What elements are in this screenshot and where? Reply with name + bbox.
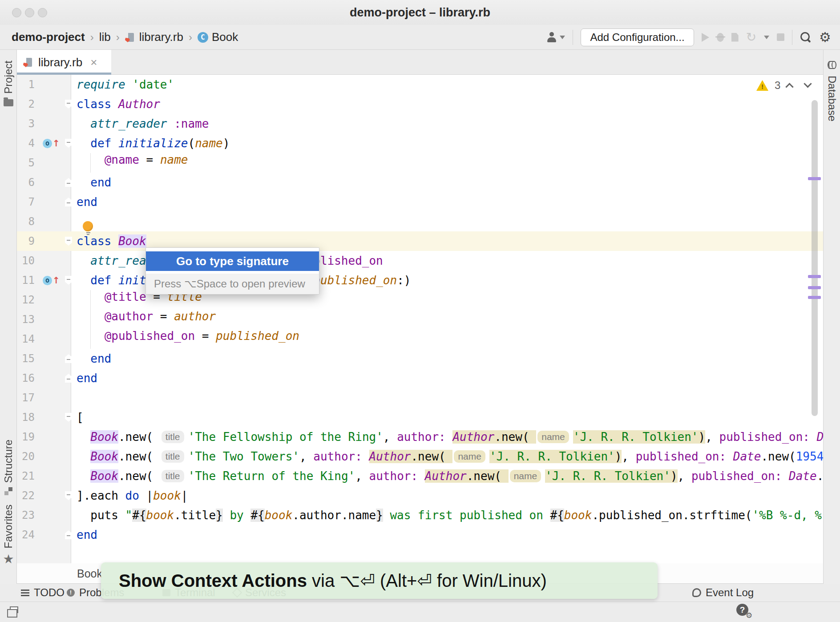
- structure-icon: [4, 487, 12, 495]
- fold-marker-icon[interactable]: [65, 276, 72, 285]
- code-line[interactable]: 2class Author: [17, 94, 823, 114]
- tab-library-rb[interactable]: library.rb ×: [17, 50, 111, 75]
- chevron-separator-icon: ›: [111, 31, 125, 44]
- line-number: 23: [17, 509, 35, 521]
- code-line[interactable]: 8: [17, 212, 823, 231]
- code-line[interactable]: 10 attr_reader :title, :author, :publish…: [17, 251, 823, 271]
- code-line[interactable]: 9class Book: [17, 231, 823, 251]
- search-everywhere-icon[interactable]: [800, 32, 812, 43]
- fold-marker-icon[interactable]: [65, 491, 72, 500]
- tool-window-event-log[interactable]: Event Log: [692, 584, 754, 602]
- run-icon[interactable]: [702, 33, 709, 42]
- code-line[interactable]: 17: [17, 388, 823, 408]
- code-line[interactable]: 22].each do |book|: [17, 486, 823, 505]
- intention-lightbulb-icon[interactable]: [83, 221, 93, 236]
- ruby-file-icon: [23, 57, 34, 68]
- tooltip-text: Show Context Actions via ⌥⏎ (Alt+⏎ for W…: [119, 570, 547, 591]
- sidebar-item-structure[interactable]: Structure: [0, 440, 17, 495]
- goto-type-popup: Go to type signature Press ⌥Space to ope…: [145, 247, 319, 295]
- line-number: 1: [17, 78, 35, 91]
- titlebar: demo-project – library.rb: [0, 0, 840, 25]
- code-line[interactable]: 14 @published_on = published_on: [17, 329, 823, 349]
- code-line[interactable]: 1require 'date': [17, 75, 823, 94]
- breadcrumb-symbol[interactable]: Book: [212, 30, 238, 44]
- line-number: 8: [17, 215, 35, 228]
- fold-marker-icon[interactable]: [65, 100, 72, 109]
- code-text: end: [77, 176, 111, 189]
- inspection-widget[interactable]: ! 3: [756, 78, 819, 93]
- next-warning-chevron-icon[interactable]: [804, 80, 812, 88]
- fold-marker-icon[interactable]: [65, 374, 72, 383]
- scrollbar-thumb[interactable]: [812, 100, 818, 416]
- parameter-hint: name: [537, 431, 569, 443]
- code-line[interactable]: 11o↑ def initialize(title:, author:, pub…: [17, 271, 823, 290]
- line-number: 24: [17, 529, 35, 541]
- code-line[interactable]: 7end: [17, 192, 823, 212]
- editor-tab-bar: library.rb ×: [17, 50, 823, 75]
- fold-marker-icon[interactable]: [65, 413, 72, 422]
- popup-item-go-to-type-signature[interactable]: Go to type signature: [146, 251, 319, 271]
- ide-window: demo-project – library.rb demo-project ›…: [0, 0, 840, 622]
- project-tool-label: Project: [2, 61, 15, 94]
- breadcrumb-current-symbol[interactable]: Book: [77, 563, 102, 584]
- rerun-icon[interactable]: ↻: [746, 33, 756, 42]
- run-options-chevron-icon[interactable]: [764, 36, 769, 39]
- todo-list-icon: [21, 590, 29, 596]
- sidebar-item-favorites[interactable]: Favorites ★: [0, 505, 17, 565]
- code-text: @published_on = published_on: [77, 329, 299, 349]
- navigation-toolbar: demo-project › lib › library.rb › C Book…: [0, 25, 840, 50]
- fold-marker-icon[interactable]: [65, 198, 72, 206]
- code-text: Book.new( title'The Return of the King',…: [77, 469, 823, 483]
- code-line[interactable]: 13 @author = author: [17, 310, 823, 329]
- line-number: 22: [17, 489, 35, 502]
- code-line[interactable]: 20 Book.new( title'The Two Towers', auth…: [17, 447, 823, 466]
- code-line[interactable]: 15 end: [17, 349, 823, 368]
- code-text: [: [77, 411, 84, 424]
- stop-icon[interactable]: [777, 33, 784, 41]
- toggle-toolwindows-icon[interactable]: [10, 606, 18, 613]
- event-log-icon: [692, 588, 701, 597]
- code-line[interactable]: 3 attr_reader :name: [17, 114, 823, 133]
- line-number: 11: [17, 274, 35, 287]
- coverage-icon[interactable]: [731, 33, 739, 42]
- close-tab-icon[interactable]: ×: [90, 56, 97, 69]
- breadcrumb-project[interactable]: demo-project: [12, 30, 85, 44]
- sidebar-item-database[interactable]: Database: [824, 58, 840, 121]
- code-line[interactable]: 5 @name = name: [17, 153, 823, 173]
- override-marker-icon[interactable]: o↑: [43, 138, 60, 149]
- left-tool-strip: Project Structure Favorites ★: [0, 50, 17, 584]
- fold-marker-icon[interactable]: [65, 178, 72, 187]
- line-number: 10: [17, 254, 35, 267]
- warning-count: 3: [775, 79, 780, 92]
- prev-warning-chevron-icon[interactable]: [786, 83, 794, 91]
- code-line[interactable]: 4o↑ def initialize(name): [17, 133, 823, 153]
- override-marker-icon[interactable]: o↑: [43, 275, 60, 286]
- code-line[interactable]: 24end: [17, 525, 823, 545]
- code-editor[interactable]: 1require 'date'2class Author3 attr_reade…: [17, 75, 823, 563]
- breadcrumb-folder[interactable]: lib: [99, 30, 111, 44]
- code-line[interactable]: 18[: [17, 408, 823, 427]
- fold-marker-icon[interactable]: [65, 354, 72, 363]
- fold-marker-icon[interactable]: [65, 139, 72, 148]
- line-number: 12: [17, 294, 35, 306]
- breadcrumb-file[interactable]: library.rb: [139, 30, 183, 44]
- settings-gear-icon[interactable]: ⚙: [819, 31, 831, 44]
- line-number: 19: [17, 431, 35, 443]
- code-line[interactable]: 6 end: [17, 173, 823, 192]
- code-line[interactable]: 21 Book.new( title'The Return of the Kin…: [17, 466, 823, 486]
- debug-icon[interactable]: [717, 33, 724, 42]
- tool-window-todo[interactable]: TODO: [21, 584, 65, 602]
- code-line[interactable]: 23 puts "#{book.title} by #{book.author.…: [17, 505, 823, 525]
- favorites-tool-label: Favorites: [2, 505, 15, 549]
- code-line[interactable]: 12 @title = title: [17, 290, 823, 310]
- user-menu[interactable]: [546, 32, 565, 42]
- fold-marker-icon[interactable]: [65, 530, 72, 539]
- code-text: attr_reader :name: [77, 117, 209, 130]
- sidebar-item-project[interactable]: Project: [0, 61, 17, 106]
- line-number: 4: [17, 137, 35, 149]
- fold-marker-icon[interactable]: [65, 237, 72, 246]
- code-text: class Book: [77, 234, 146, 248]
- add-configuration-button[interactable]: Add Configuration...: [581, 28, 694, 46]
- code-line[interactable]: 19 Book.new( title'The Fellowship of the…: [17, 427, 823, 447]
- code-line[interactable]: 16end: [17, 368, 823, 388]
